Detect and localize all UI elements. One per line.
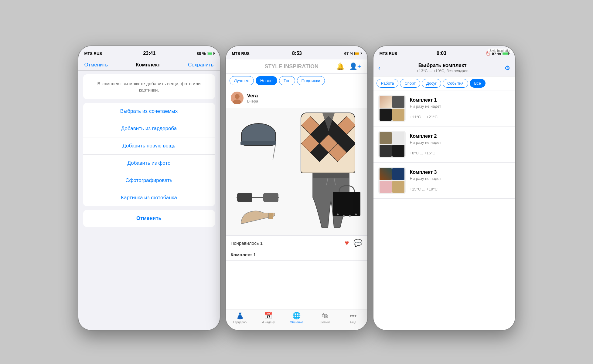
thumb-pinkbag [380,181,392,193]
globe-icon: 🌐 [292,312,301,320]
add-friend-icon[interactable]: 👤+ [349,62,361,70]
thumb-pants [392,96,404,108]
post-actions-row: Понравилось 1 ♥ 💬 [226,235,367,250]
tab-novoe[interactable]: Новое [256,76,277,85]
outfit-worn-1: Ни разу не надет [410,104,510,109]
screen1-option-4[interactable]: Сфотографировать [83,172,215,189]
outfit-post-image [226,108,367,235]
outfit-name-1: Комплект 1 [410,97,510,103]
header-icons: 🔔 👤+ [336,62,361,70]
tabs-row: Лучшее Новое Топ Подписки [226,74,367,88]
outfit-thumb-2 [378,131,406,158]
shopping-icon: 🛍 [322,312,328,320]
outfit-item-2[interactable]: Комплект 2 Ни разу не надет +8°C ... +15… [373,126,515,163]
screen1-option-1[interactable]: Добавить из гардероба [83,120,215,137]
svg-rect-28 [268,213,273,219]
battery-icon-2 [354,52,361,55]
screen1-navbar: Отменить Комплект Сохранить [78,59,220,71]
back-button[interactable]: ‹ [378,64,380,72]
battery-icon-3 [502,52,509,55]
like-button[interactable]: ♥ [345,239,349,247]
time-3: 0:03 [437,51,446,56]
category-tabs: Работа Спорт Досуг События Все [373,76,515,90]
calendar-icon: 📅 [264,312,272,320]
screen2-phone: MTS RUS 8:53 67 % STYLE INSPIRATION 🔔 👤+… [225,46,368,331]
outfit-worn-2: Ни разу не надет [410,140,510,145]
nav-obshenie[interactable]: 🌐 Общение [282,312,311,324]
cat-sport[interactable]: Спорт [400,79,420,88]
tab-luchshee[interactable]: Лучшее [230,76,254,85]
outfit-temp-1: +11°C ... +21°C [410,115,510,119]
more-icon: ••• [349,312,356,320]
thumb-glasses [380,109,392,121]
outfit-item-3[interactable]: Комплект 3 Ни разу не надет +15°C ... +1… [373,163,515,199]
outfit-collage [226,108,367,235]
nav-shopping[interactable]: 🛍 Шопинг [311,312,339,324]
screen3-title-block: Выбрать комплект +13°C ... +19°C, без ос… [380,62,505,73]
outfit-info-3: Комплект 3 Ни разу не надет +15°C ... +1… [410,170,510,191]
carrier-2: MTS RUS [232,51,250,56]
screen1-cancel-button[interactable]: Отменить [83,210,215,227]
svg-point-24 [337,214,339,215]
screen1-option-2[interactable]: Добавить новую вещь [83,137,215,155]
screen1-option-0[interactable]: Выбрать из сочетаемых [83,103,215,120]
status-bar-2: MTS RUS 8:53 67 % [226,46,367,59]
nav-garderob[interactable]: 👗 Гардероб [226,312,254,324]
outfit-temp-2: +8°C ... +15°C [410,151,510,155]
outfit-name-2: Комплект 2 [410,133,510,139]
battery-area-2: 67 % [344,51,361,56]
thumb-shoes [392,109,404,121]
nav-garderob-label: Гардероб [233,321,247,324]
screen1-option-3[interactable]: Добавить из фото [83,155,215,172]
screen3-title: Выбрать комплект [380,62,505,69]
thumb-tanshoes [392,181,404,193]
thumb-plaid [380,168,392,180]
nav-obshenie-label: Общение [290,321,303,324]
save-nav-button[interactable]: Сохранить [188,62,213,68]
svg-point-27 [355,214,357,215]
cancel-nav-button[interactable]: Отменить [84,62,108,68]
outfit-item-1[interactable]: Комплект 1 Ни разу не надет +11°C ... +2… [373,90,515,126]
screen2-title: STYLE INSPIRATION [247,63,336,70]
cat-dosug[interactable]: Досуг [422,79,441,88]
time-2: 8:53 [292,51,302,56]
comment-button[interactable]: 💬 [353,239,363,247]
nav-more-label: Еще [350,321,356,324]
shoes-item [240,207,276,228]
svg-rect-16 [263,193,278,202]
tab-top[interactable]: Топ [279,76,295,85]
cat-vse[interactable]: Все [470,79,486,88]
cat-rabota[interactable]: Работа [377,79,399,88]
battery-fill-2 [355,52,359,55]
action-icons: ♥ 💬 [345,239,362,247]
nav-more[interactable]: ••• Еще [339,312,367,324]
sweater-item [301,113,355,173]
bag-item [332,184,362,219]
screen1-option-5[interactable]: Картинка из фотобанка [83,189,215,206]
thumb-coat [380,132,392,144]
filter-icon[interactable]: ⚙ [505,64,510,72]
svg-rect-20 [313,173,349,178]
outfit-temp-3: +15°C ... +19°C [410,187,510,191]
outfit-info-1: Комплект 1 Ни разу не надет +11°C ... +2… [410,97,510,119]
screen1-nav-title: Комплект [136,62,160,68]
screen3-phone: Style Inspiration MTS RUS 0:03 ⏰ 97 % ‹ … [373,46,516,331]
battery-pct-1: 88 % [197,51,206,56]
post-time: Вчера [247,99,258,103]
nav-ya-nadenu-label: Я надену [262,321,275,324]
sunglasses-item [237,190,279,208]
screen2-header: STYLE INSPIRATION 🔔 👤+ [226,59,367,74]
battery-icon-1 [207,52,214,55]
screen2-content: Vera Вчера [226,88,367,330]
screen3-navbar: ‹ Выбрать комплект +13°C ... +19°C, без … [373,59,515,76]
svg-rect-15 [237,193,252,202]
bell-icon[interactable]: 🔔 [336,62,344,70]
author-name: Vera [247,93,258,99]
thumb-bag2 [380,145,392,157]
bottom-nav: 👗 Гардероб 📅 Я надену 🌐 Общение 🛍 Шопинг… [226,309,367,330]
tab-podpiski[interactable]: Подписки [297,76,325,85]
cat-sobytiya[interactable]: События [443,79,468,88]
post-likes: Понравилось 1 [231,241,345,246]
author-info: Vera Вчера [247,93,258,103]
nav-ya-nadenu[interactable]: 📅 Я надену [254,312,282,324]
